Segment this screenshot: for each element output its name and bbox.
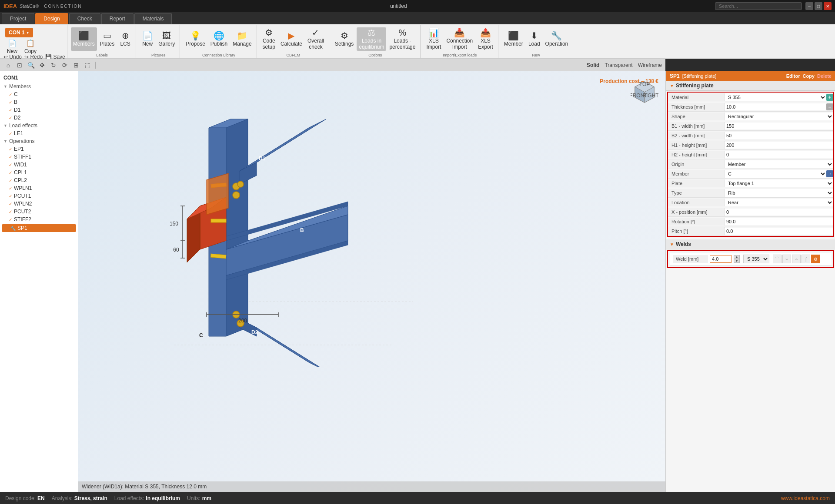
delete-button[interactable]: Delete	[817, 73, 832, 79]
member-prop-select[interactable]: C	[725, 170, 826, 178]
weld-value-input[interactable]	[710, 255, 731, 263]
overall-check-button[interactable]: ✓ Overall check	[305, 27, 326, 51]
panel-copy-button[interactable]: Copy	[802, 73, 815, 79]
view-wireframe[interactable]: Wireframe	[638, 62, 662, 68]
tab-materials[interactable]: Materials	[134, 13, 172, 24]
member-button[interactable]: ⬛ Member	[502, 27, 525, 51]
pan-button[interactable]: ✥	[37, 60, 47, 70]
zoom-button[interactable]: 🔍	[26, 60, 36, 70]
search-input[interactable]	[715, 2, 802, 10]
select-button[interactable]: ⬚	[83, 60, 92, 70]
load-effects-section[interactable]: ▼ Load effects	[0, 122, 78, 129]
h1-height-input[interactable]	[725, 142, 833, 149]
b1-width-input[interactable]	[725, 123, 833, 129]
member-d2[interactable]: ✓ D2	[0, 114, 78, 122]
loads-percentage-button[interactable]: % Loads - percentage	[387, 27, 418, 51]
editor-button[interactable]: Editor	[786, 73, 800, 79]
weld-settings-button[interactable]: ⚙	[811, 255, 820, 263]
xls-export-button[interactable]: 📤 XLS Export	[476, 27, 495, 51]
welds-section-header[interactable]: ▼ Welds	[666, 239, 835, 249]
member-b[interactable]: ✓ B	[0, 98, 78, 106]
op-wid1[interactable]: ✓ WID1	[0, 161, 78, 169]
weld-type-3-button[interactable]: ⌢	[792, 255, 801, 263]
weld-material-select[interactable]: S 355	[743, 255, 769, 263]
op-stiff1[interactable]: ✓ STIFF1	[0, 153, 78, 161]
plates-button[interactable]: ▭ Plates	[98, 27, 117, 51]
op-pcut1[interactable]: ✓ PCUT1	[0, 192, 78, 200]
b2-width-input[interactable]	[725, 132, 833, 139]
operations-section[interactable]: ▼ Operations	[0, 137, 78, 145]
con-badge[interactable]: CON 1 ▼	[5, 28, 33, 37]
weld-type-2-button[interactable]: ⌣	[782, 255, 791, 263]
view-solid[interactable]: Solid	[587, 62, 599, 68]
close-button[interactable]: ✕	[824, 2, 832, 10]
weld-increase-button[interactable]: ▲	[734, 255, 740, 259]
plate-select[interactable]: Top flange 1	[725, 179, 833, 187]
location-select[interactable]: Rear	[725, 199, 833, 206]
check-icon: ✓	[9, 131, 12, 136]
op-cpl1[interactable]: ✓ CPL1	[0, 169, 78, 176]
material-add-button[interactable]: +	[826, 94, 833, 101]
xls-import-button[interactable]: 📊 XLS Import	[424, 27, 443, 51]
tab-report[interactable]: Report	[101, 13, 134, 24]
zoom-fit-button[interactable]: ⊡	[15, 60, 24, 70]
manage-button[interactable]: 📁 Manage	[230, 27, 254, 51]
weld-type-1-button[interactable]: ⌒	[773, 255, 782, 263]
new-button[interactable]: 📄 New	[3, 40, 21, 53]
rotation-input[interactable]	[725, 218, 833, 225]
publish-button[interactable]: 🌐 Publish	[208, 27, 230, 51]
weld-type-4-button[interactable]: ⌠	[802, 255, 810, 263]
maximize-button[interactable]: □	[815, 2, 822, 10]
rotate-button[interactable]: ↻	[49, 60, 58, 70]
type-select[interactable]: Rib	[725, 189, 833, 197]
connection-import-button[interactable]: 📥 Connection Import	[444, 27, 475, 51]
viewport-info-bar: Widener (WID1a): Material S 355, Thickne…	[78, 481, 665, 492]
view-transparent[interactable]: Transparent	[605, 62, 632, 68]
op-stiff2[interactable]: ✓ STIFF2	[0, 216, 78, 223]
refresh-button[interactable]: ⟳	[60, 60, 70, 70]
b2-width-row: B2 - width [mm]	[668, 131, 833, 140]
home-button[interactable]: ⌂	[3, 60, 13, 70]
stiffening-plate-section-header[interactable]: ▼ Stiffening plate	[666, 81, 835, 91]
thickness-input[interactable]	[725, 103, 826, 110]
tab-design[interactable]: Design	[35, 13, 68, 24]
gallery-button[interactable]: 🖼 Gallery	[156, 27, 177, 51]
minimize-button[interactable]: –	[805, 2, 813, 10]
op-wpln2[interactable]: ✓ WPLN2	[0, 200, 78, 208]
fit-all-button[interactable]: ⊞	[71, 60, 81, 70]
nav-cube[interactable]: TOP FRONT RIGHT	[631, 78, 658, 106]
lcs-button[interactable]: ⊕ LCS	[117, 27, 133, 51]
members-button[interactable]: ⬛ Members	[71, 27, 97, 51]
tab-check[interactable]: Check	[69, 13, 100, 24]
viewport[interactable]: Production cost – 138 € TOP FRONT RIGHT	[78, 71, 665, 492]
le1-item[interactable]: ✓ LE1	[0, 129, 78, 137]
tab-project[interactable]: Project	[2, 13, 34, 24]
op-sp1[interactable]: 🔧 SP1	[2, 224, 76, 232]
member-c[interactable]: ✓ C	[0, 90, 78, 98]
pitch-input[interactable]	[725, 228, 833, 235]
load-button[interactable]: ⬇ Load	[526, 27, 542, 51]
code-setup-button[interactable]: ⚙ Code setup	[261, 27, 277, 51]
member-d1[interactable]: ✓ D1	[0, 106, 78, 114]
copy-button[interactable]: 📋 Copy	[22, 40, 39, 53]
op-wpln1[interactable]: ✓ WPLN1	[0, 184, 78, 192]
new-picture-button[interactable]: 📄 New	[140, 27, 155, 51]
website-link[interactable]: www.ideastatica.com	[781, 495, 830, 501]
h2-height-input[interactable]	[725, 151, 833, 158]
member-nav-button[interactable]: →	[826, 170, 833, 177]
calculate-button[interactable]: ▶ Calculate	[278, 27, 304, 51]
x-position-input[interactable]	[725, 209, 833, 216]
op-pcut2[interactable]: ✓ PCUT2	[0, 208, 78, 216]
weld-decrease-button[interactable]: ▼	[734, 259, 740, 263]
thickness-decrease-button[interactable]: –	[826, 103, 833, 110]
shape-select[interactable]: Rectangular	[725, 113, 833, 120]
loads-equilibrium-button[interactable]: ⚖ Loads in equilibrium	[357, 27, 386, 51]
op-cpl2[interactable]: ✓ CPL2	[0, 176, 78, 184]
op-ep1[interactable]: ✓ EP1	[0, 145, 78, 153]
members-section[interactable]: ▼ Members	[0, 83, 78, 90]
material-select[interactable]: S 355	[725, 93, 826, 101]
propose-button[interactable]: 💡 Propose	[184, 27, 207, 51]
settings-button[interactable]: ⚙ Settings	[333, 27, 356, 51]
operation-button[interactable]: 🔧 Operation	[543, 27, 571, 51]
origin-select[interactable]: Member	[725, 160, 833, 168]
